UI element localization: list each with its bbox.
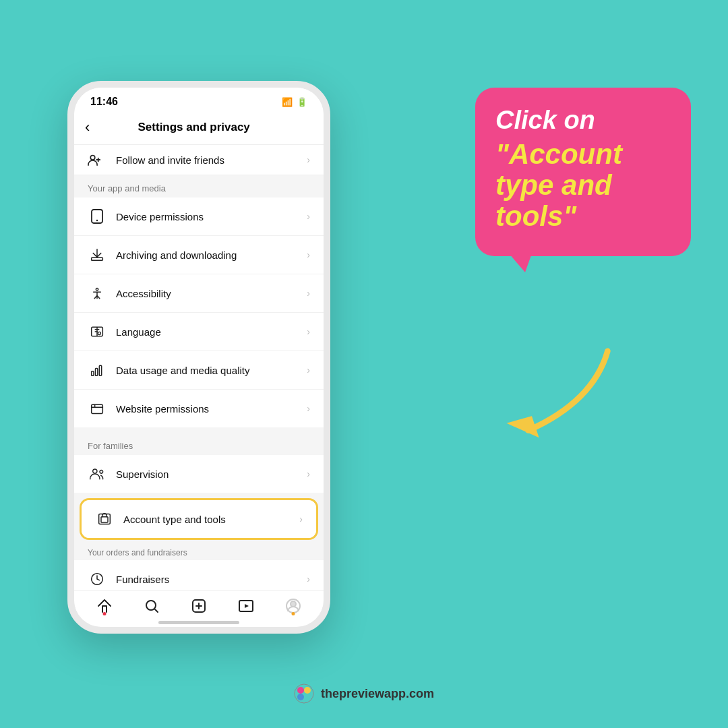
settings-content: Follow and invite friends › Your app and… [74, 145, 324, 590]
follow-icon [88, 154, 107, 166]
svg-point-27 [304, 694, 311, 700]
back-button[interactable]: ‹ [85, 119, 90, 136]
settings-item-accessibility[interactable]: Accessibility › [74, 274, 324, 313]
chevron-icon: › [307, 154, 310, 165]
nav-reels[interactable] [238, 598, 254, 614]
nav-home[interactable] [96, 598, 113, 614]
brand-icon [294, 684, 314, 704]
chevron-icon: › [307, 574, 310, 584]
fundraisers-label: Fundraisers [116, 574, 307, 585]
svg-point-25 [304, 687, 311, 694]
highlighted-account-row[interactable]: Account type and tools › [80, 498, 318, 540]
chevron-icon: › [307, 468, 310, 479]
archive-icon [88, 245, 107, 264]
language-icon [88, 322, 107, 341]
svg-point-26 [297, 694, 304, 700]
svg-point-17 [146, 601, 156, 610]
callout-bubble: Click on "Account type and tools" [475, 88, 691, 256]
nav-title: Settings and privacy [96, 121, 291, 134]
accessibility-icon [88, 284, 107, 303]
chevron-icon: › [307, 288, 310, 299]
svg-point-0 [90, 155, 95, 160]
footer-brand: thepreviewapp.com [294, 684, 434, 704]
device-icon [88, 207, 107, 226]
section-label-orders: Your orders and fundraisers [74, 543, 324, 560]
status-bar: 11:46 📶 🔋 [74, 88, 324, 113]
bottom-nav [74, 590, 324, 617]
phone-mockup: 11:46 📶 🔋 ‹ Settings and privacy [67, 81, 330, 634]
device-label: Device permissions [116, 211, 307, 222]
section-families: Supervision › [74, 455, 324, 493]
settings-item-fundraisers[interactable]: Fundraisers › [74, 560, 324, 590]
chevron-icon: › [299, 514, 303, 524]
svg-point-12 [100, 471, 103, 474]
svg-point-11 [93, 469, 97, 473]
archive-label: Archiving and downloading [116, 249, 307, 261]
nav-create[interactable] [191, 598, 207, 614]
nav-profile[interactable] [285, 598, 301, 614]
section-orders: Fundraisers › Orders and payments › [74, 560, 324, 590]
svg-rect-9 [99, 365, 101, 375]
settings-item-account[interactable]: Account type and tools › [82, 500, 316, 538]
arrow-graphic [468, 344, 617, 445]
battery-icon: 🔋 [297, 97, 307, 107]
data-icon [88, 361, 107, 380]
website-label: Website permissions [116, 403, 307, 415]
nav-bar: ‹ Settings and privacy [74, 113, 324, 145]
account-tools-icon [95, 510, 114, 528]
fundraisers-icon [88, 570, 107, 588]
svg-rect-10 [92, 404, 103, 413]
svg-point-23 [295, 684, 313, 703]
supervision-label: Supervision [116, 468, 307, 480]
wifi-icon: 📶 [282, 97, 293, 107]
settings-item-device[interactable]: Device permissions › [74, 198, 324, 236]
chevron-icon: › [307, 403, 310, 414]
status-icons: 📶 🔋 [282, 97, 307, 107]
settings-item-archive[interactable]: Archiving and downloading › [74, 236, 324, 274]
accessibility-label: Accessibility [116, 288, 307, 299]
home-indicator [158, 621, 239, 624]
section-app-media: Device permissions › Archiving and downl… [74, 198, 324, 427]
language-label: Language [116, 326, 307, 338]
brand-label: thepreviewapp.com [321, 687, 434, 701]
svg-marker-22 [506, 416, 539, 437]
chevron-icon: › [307, 211, 310, 222]
status-time: 11:46 [90, 96, 118, 108]
svg-point-6 [98, 332, 100, 334]
chevron-icon: › [307, 249, 310, 260]
svg-point-4 [96, 289, 98, 291]
settings-item-follow[interactable]: Follow and invite friends › [74, 145, 324, 175]
svg-rect-14 [101, 517, 108, 522]
svg-point-24 [297, 687, 304, 694]
settings-item-website[interactable]: Website permissions › [74, 390, 324, 427]
callout-line2: "Account type and tools" [495, 139, 671, 233]
callout-line1: Click on [495, 107, 671, 135]
svg-rect-8 [96, 369, 98, 376]
nav-search[interactable] [144, 598, 160, 614]
scene: 11:46 📶 🔋 ‹ Settings and privacy [0, 0, 728, 728]
section-label-families: For families [74, 433, 324, 455]
account-tools-label: Account type and tools [123, 514, 299, 525]
chevron-icon: › [307, 365, 310, 375]
section-label-app: Your app and media [74, 175, 324, 198]
follow-label: Follow and invite friends [116, 154, 307, 166]
settings-item-supervision[interactable]: Supervision › [74, 455, 324, 493]
svg-rect-3 [92, 257, 103, 260]
settings-item-data[interactable]: Data usage and media quality › [74, 351, 324, 390]
chevron-icon: › [307, 326, 310, 337]
svg-point-21 [291, 601, 296, 607]
supervision-icon [88, 464, 107, 483]
settings-item-language[interactable]: Language › [74, 313, 324, 351]
website-icon [88, 399, 107, 418]
data-label: Data usage and media quality [116, 365, 307, 376]
svg-rect-7 [92, 371, 94, 376]
